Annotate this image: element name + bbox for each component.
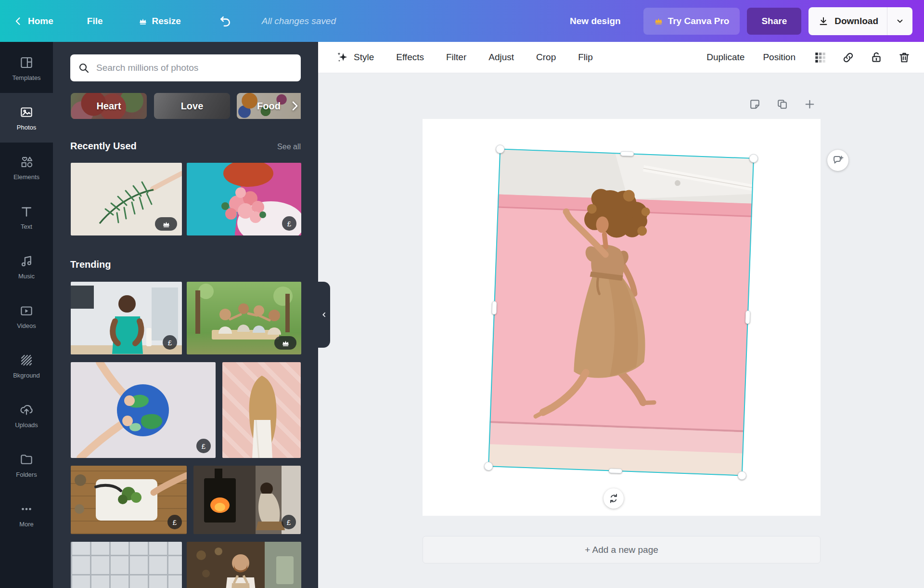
panel-collapse-button[interactable] (318, 282, 330, 348)
section-title: Recently Used (70, 141, 137, 152)
home-button[interactable]: Home (13, 16, 53, 26)
photo-thumb-hands-holding-globe[interactable]: £ (71, 362, 216, 458)
background-icon (19, 353, 34, 367)
try-pro-label: Try Canva Pro (668, 16, 730, 26)
chip-label: Love (181, 101, 204, 112)
sidebar-item-videos[interactable]: Videos (0, 291, 53, 341)
resize-handle-right[interactable] (745, 310, 750, 324)
sidebar-item-music[interactable]: Music (0, 242, 53, 291)
resize-handle-top-right[interactable] (749, 154, 758, 163)
chevron-left-icon (321, 312, 327, 318)
resize-handle-left[interactable] (492, 301, 497, 314)
photos-panel: Heart Love Food Recently Used See all (53, 42, 318, 588)
download-icon (818, 16, 829, 26)
home-label: Home (28, 16, 53, 26)
canva-editor: Home File Resize All changes saved New d… (0, 0, 924, 588)
chip-heart[interactable]: Heart (71, 93, 147, 119)
photo-thumb-man-cooking[interactable]: £ (71, 282, 182, 354)
canvas-page[interactable] (423, 119, 821, 516)
share-button[interactable]: Share (747, 8, 801, 35)
tool-position[interactable]: Position (763, 52, 796, 63)
file-menu[interactable]: File (87, 16, 103, 26)
lock-icon[interactable] (870, 51, 883, 64)
tool-adjust[interactable]: Adjust (488, 52, 514, 63)
sidebar-item-uploads[interactable]: Uploads (0, 391, 53, 440)
recently-used-header: Recently Used See all (70, 141, 301, 152)
tool-style[interactable]: Style (336, 51, 374, 64)
trash-icon[interactable] (898, 51, 911, 64)
download-button[interactable]: Download (808, 7, 912, 35)
section-title: Trending (70, 259, 111, 270)
photo-thumb-compost-sink[interactable]: £ (71, 466, 187, 534)
resize-menu[interactable]: Resize (139, 16, 181, 26)
sidebar-item-folders[interactable]: Folders (0, 440, 53, 490)
tool-flip[interactable]: Flip (578, 52, 593, 63)
chip-label: Food (257, 101, 281, 112)
more-icon (19, 502, 34, 516)
chip-love[interactable]: Love (154, 93, 230, 119)
paid-badge: £ (196, 439, 211, 453)
transparency-icon[interactable] (814, 51, 826, 64)
undo-button[interactable] (218, 15, 231, 27)
add-page-label: + Add a new page (585, 545, 658, 555)
resize-handle-bottom[interactable] (608, 468, 622, 473)
sidebar-item-background[interactable]: Bkground (0, 341, 53, 391)
sidebar-item-text[interactable]: Text (0, 192, 53, 242)
download-options-button[interactable] (887, 7, 912, 35)
photo-search-box[interactable] (70, 54, 301, 81)
link-icon[interactable] (842, 51, 855, 64)
premium-badge (155, 217, 177, 231)
chips-next-button[interactable] (288, 99, 301, 113)
sidebar-item-elements[interactable]: Elements (0, 143, 53, 192)
try-canva-pro-button[interactable]: Try Canva Pro (643, 8, 740, 35)
resize-handle-bottom-right[interactable] (737, 471, 746, 480)
add-page-icon[interactable] (804, 98, 816, 110)
chip-label: Heart (96, 101, 121, 112)
paid-badge: £ (167, 515, 182, 529)
search-input[interactable] (95, 62, 293, 74)
paid-badge: £ (163, 335, 177, 350)
add-new-page-button[interactable]: + Add a new page (423, 536, 821, 563)
photo-thumb-person-glass-wall[interactable] (71, 542, 182, 588)
tool-crop[interactable]: Crop (536, 52, 556, 63)
paid-badge: £ (282, 515, 296, 529)
save-status: All changes saved (262, 16, 336, 26)
page-actions (749, 98, 816, 110)
photos-icon (19, 105, 34, 119)
premium-badge (274, 336, 296, 350)
paid-badge: £ (282, 216, 296, 231)
resize-handle-bottom-left[interactable] (484, 462, 493, 471)
side-nav-rail: Templates Photos Elements Text Music Vid… (0, 42, 53, 588)
photo-thumb-girl-pink-wall[interactable] (222, 362, 301, 458)
elements-icon (19, 155, 34, 169)
back-chevron-icon (13, 16, 23, 26)
resize-handle-top[interactable] (620, 151, 633, 157)
duplicate-page-icon[interactable] (776, 98, 788, 110)
crown-icon (162, 220, 170, 228)
music-icon (19, 254, 34, 268)
rotate-icon (608, 493, 619, 504)
sidebar-item-more[interactable]: More (0, 490, 53, 539)
sidebar-item-photos[interactable]: Photos (0, 93, 53, 143)
tool-filter[interactable]: Filter (446, 52, 466, 63)
photo-thumb-smiling-chef[interactable] (187, 542, 301, 588)
new-design-label: New design (570, 16, 621, 26)
share-label: Share (761, 16, 787, 26)
see-all-link[interactable]: See all (277, 143, 301, 151)
trending-header: Trending (70, 259, 301, 270)
tool-duplicate[interactable]: Duplicate (706, 52, 744, 63)
sidebar-item-templates[interactable]: Templates (0, 43, 53, 93)
text-icon (19, 204, 34, 219)
tool-effects[interactable]: Effects (396, 52, 424, 63)
rotate-button[interactable] (603, 488, 624, 509)
new-design-button[interactable]: New design (570, 16, 621, 26)
selected-photo[interactable] (488, 149, 754, 476)
crown-icon (282, 339, 290, 347)
templates-icon (19, 55, 34, 70)
photo-thumb-woman-fireplace[interactable]: £ (193, 466, 301, 534)
photo-thumb-friends-picnic[interactable] (187, 282, 301, 354)
photo-thumb-palm-leaf-hand[interactable] (71, 163, 182, 235)
photo-thumb-woman-with-roses[interactable]: £ (187, 163, 301, 235)
add-comment-button[interactable] (827, 150, 848, 171)
notes-icon[interactable] (749, 98, 761, 110)
